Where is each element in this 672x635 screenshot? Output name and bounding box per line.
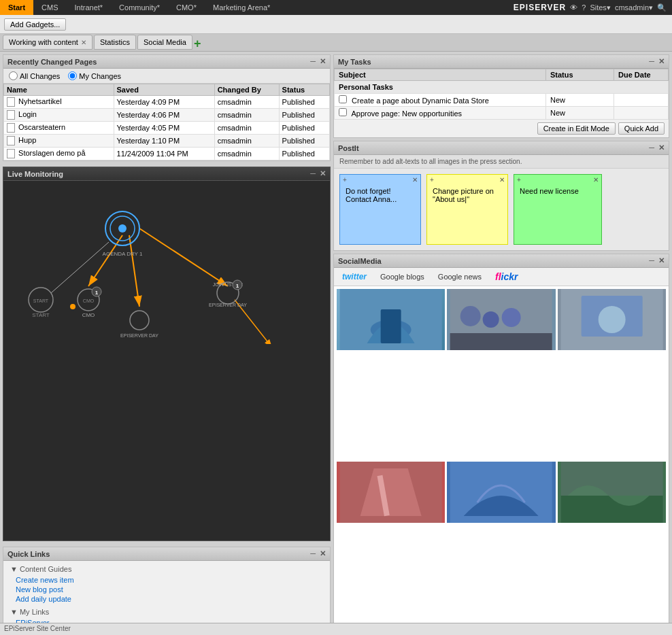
tab-close-working[interactable]: ✕: [81, 39, 86, 46]
question-icon[interactable]: ?: [582, 3, 586, 12]
svg-text:EPISERVER DAY: EPISERVER DAY: [209, 303, 247, 307]
social-image-2: [447, 289, 555, 350]
row-saved: Yesterday 4:05 PM: [114, 122, 214, 135]
tab-label: Working with content: [9, 38, 78, 46]
create-edit-mode-button[interactable]: Create in Edit Mode: [537, 122, 616, 135]
tab-twitter[interactable]: twitter: [337, 271, 372, 283]
social-media-title: SocialMedia: [338, 257, 382, 265]
nav-tab-intranet[interactable]: Intranet*: [67, 0, 112, 15]
eye-icon[interactable]: 👁: [570, 3, 577, 12]
sites-dropdown[interactable]: Sites▾: [590, 3, 610, 12]
task-status-1: New: [546, 94, 614, 107]
filter-all-changes[interactable]: All Changes: [9, 71, 60, 80]
task-row-2: Approve page: New opportunities New: [335, 107, 669, 120]
ql-link-add-daily[interactable]: Add daily update: [10, 594, 323, 604]
svg-point-28: [70, 304, 75, 309]
minimize-live[interactable]: ─: [310, 169, 316, 178]
live-monitoring-title: Live Monitoring: [7, 170, 63, 178]
top-nav: Start CMS Intranet* Community* CMO* Mark…: [0, 0, 672, 15]
tasks-footer: Create in Edit Mode Quick Add: [334, 120, 669, 137]
task-checkbox-1[interactable]: [339, 95, 347, 103]
postit-header: PostIt ─ ✕: [334, 141, 669, 155]
nav-tab-cms[interactable]: CMS: [33, 0, 66, 15]
tab-statistics[interactable]: Statistics: [94, 35, 136, 50]
ql-link-create-news[interactable]: Create news item: [10, 575, 323, 585]
task-checkbox-2[interactable]: [339, 108, 347, 116]
svg-line-3: [139, 228, 228, 286]
close-quick-links[interactable]: ✕: [320, 549, 326, 558]
quick-links-content: ▼ Content Guides Create news item New bl…: [3, 561, 330, 632]
tab-google-blogs[interactable]: Google blogs: [375, 271, 430, 282]
social-image-1: [337, 289, 445, 350]
table-row: Nyhetsartikel Yesterday 4:09 PM cmsadmin…: [4, 96, 330, 109]
nav-tab-community[interactable]: Community*: [111, 0, 168, 15]
live-monitoring-widget: Live Monitoring ─ ✕: [3, 167, 331, 541]
my-tasks-widget: My Tasks ─ ✕ Subject Status Due Date Per: [333, 54, 669, 138]
my-tasks-header: My Tasks ─ ✕: [334, 55, 669, 69]
postit-info: Remember to add alt-texts to all images …: [334, 155, 669, 169]
user-dropdown[interactable]: cmsadmin▾: [615, 3, 653, 12]
tab-bar: Working with content ✕ Statistics Social…: [0, 34, 672, 52]
row-name: Login: [18, 110, 37, 118]
quick-add-button[interactable]: Quick Add: [618, 122, 665, 135]
row-changed-by: cmsadmin: [214, 148, 279, 160]
postit-close-blue[interactable]: ✕: [412, 176, 418, 184]
row-changed-by: cmsadmin: [214, 96, 279, 109]
postit-close-yellow[interactable]: ✕: [499, 176, 505, 184]
svg-text:START: START: [33, 298, 49, 303]
ql-section-content-guides: ▼ Content Guides Create news item New bl…: [10, 565, 323, 604]
tab-google-news[interactable]: Google news: [433, 271, 487, 282]
tab-label: Social Media: [144, 38, 186, 46]
ql-section-title-my-links[interactable]: ▼ My Links: [10, 608, 323, 616]
nav-tab-cmo[interactable]: CMO*: [168, 0, 205, 15]
recently-changed-table: Name Saved Changed By Status Nyhetsartik…: [3, 84, 330, 160]
svg-text:1: 1: [95, 290, 99, 296]
postit-add-blue[interactable]: +: [343, 176, 347, 184]
add-tab-button[interactable]: +: [194, 37, 201, 50]
main-panels: Recently Changed Pages ─ ✕ All Changes M…: [0, 52, 672, 635]
row-name: Nyhetsartikel: [18, 97, 62, 105]
social-image-5: [447, 462, 555, 523]
recently-changed-title: Recently Changed Pages: [7, 58, 97, 66]
nav-tab-marketing[interactable]: Marketing Arena*: [205, 0, 278, 15]
postit-add-yellow[interactable]: +: [430, 176, 434, 184]
col-changed-by: Changed By: [214, 84, 279, 96]
close-live[interactable]: ✕: [320, 169, 326, 178]
svg-text:1: 1: [236, 283, 239, 289]
social-image-6: [558, 462, 666, 523]
svg-point-18: [130, 311, 149, 330]
task-subject-2: Approve page: New opportunities: [351, 109, 462, 118]
row-changed-by: cmsadmin: [214, 122, 279, 135]
close-recently-changed[interactable]: ✕: [320, 57, 326, 66]
minimize-tasks[interactable]: ─: [649, 57, 654, 66]
ql-link-new-blog[interactable]: New blog post: [10, 585, 323, 594]
postit-text-yellow: Change picture on"About us|": [433, 187, 502, 203]
svg-rect-36: [450, 333, 552, 350]
add-gadgets-button[interactable]: Add Gadgets...: [4, 18, 66, 31]
minimize-recently-changed[interactable]: ─: [310, 57, 316, 66]
ql-section-title-content[interactable]: ▼ Content Guides: [10, 565, 323, 573]
svg-point-34: [483, 311, 499, 328]
tab-flickr[interactable]: flickr: [490, 270, 523, 284]
row-status: Published: [279, 96, 329, 109]
minimize-social[interactable]: ─: [649, 256, 654, 265]
task-due-2: [614, 107, 669, 120]
tab-social-media[interactable]: Social Media: [137, 35, 192, 50]
nav-tab-start[interactable]: Start: [0, 0, 33, 15]
row-changed-by: cmsadmin: [214, 135, 279, 148]
postit-close-green[interactable]: ✕: [593, 176, 599, 184]
my-tasks-title: My Tasks: [338, 58, 371, 66]
close-postit[interactable]: ✕: [658, 143, 665, 152]
close-social[interactable]: ✕: [658, 256, 665, 265]
search-icon[interactable]: 🔍: [657, 3, 667, 12]
status-bar: EPiServer Site Center: [0, 623, 672, 635]
minimize-quick-links[interactable]: ─: [310, 549, 316, 558]
minimize-postit[interactable]: ─: [649, 143, 654, 152]
postit-add-green[interactable]: +: [517, 176, 521, 184]
filter-my-changes[interactable]: My Changes: [68, 71, 121, 80]
tab-label: Statistics: [100, 38, 130, 46]
tasks-col-subject: Subject: [335, 69, 546, 81]
tasks-table: Subject Status Due Date Personal Tasks C…: [334, 69, 669, 120]
tab-working-with-content[interactable]: Working with content ✕: [3, 35, 93, 50]
close-tasks[interactable]: ✕: [658, 57, 665, 66]
